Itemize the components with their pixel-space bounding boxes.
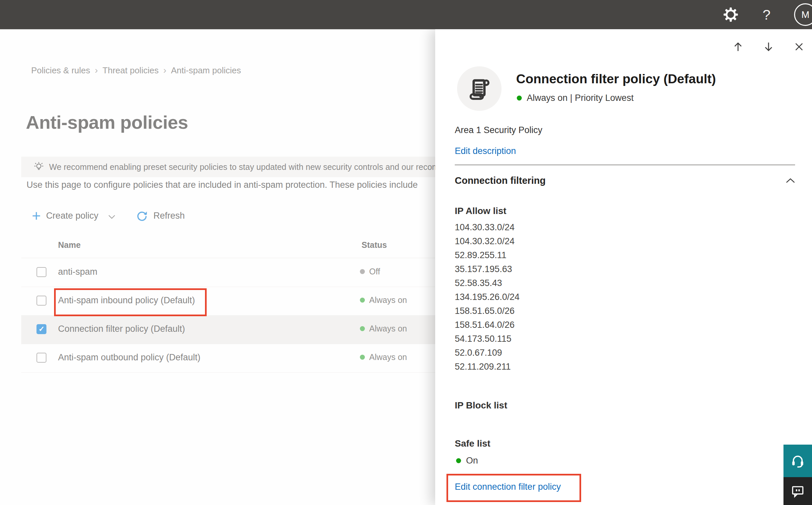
toolbar: + Create policy Refresh	[32, 206, 185, 225]
lightbulb-icon	[34, 162, 44, 172]
table-row-outbound-policy[interactable]: Anti-spam outbound policy (Default) Alwa…	[21, 344, 497, 373]
refresh-icon	[136, 210, 148, 222]
support-button[interactable]	[784, 445, 812, 477]
arrow-down-icon	[763, 41, 775, 53]
table-header: Name Status	[21, 233, 497, 258]
ip-entry: 158.51.64.0/26	[455, 318, 520, 332]
avatar-initial: M	[801, 9, 809, 20]
table-row-anti-spam[interactable]: anti-spam Off	[21, 258, 497, 287]
row-checkbox-checked[interactable]	[36, 324, 46, 334]
help-button[interactable]: ?	[758, 6, 775, 23]
status-label: Always on	[369, 352, 407, 362]
next-item-button[interactable]	[761, 39, 776, 54]
page-description: Use this page to configure policies that…	[26, 180, 434, 190]
policy-status: Always on	[360, 295, 407, 305]
edit-connection-filter-policy-link[interactable]: Edit connection filter policy	[455, 482, 561, 492]
ip-block-list-heading: IP Block list	[455, 400, 507, 411]
ip-entry: 104.30.33.0/24	[455, 220, 520, 234]
arrow-up-icon	[732, 41, 744, 53]
previous-item-button[interactable]	[731, 39, 746, 54]
close-flyout-button[interactable]	[791, 39, 807, 54]
app-window: ? M Policies & rules › Threat policies ›…	[0, 0, 812, 505]
create-policy-button[interactable]: + Create policy	[32, 209, 116, 222]
ip-entry: 158.51.65.0/26	[455, 304, 520, 318]
row-checkbox[interactable]	[36, 353, 46, 363]
safe-list-heading: Safe list	[455, 438, 490, 449]
close-icon	[794, 41, 804, 52]
safe-list-status-label: On	[466, 456, 478, 466]
policy-status: Always on	[360, 352, 407, 362]
table-row-connection-filter-policy[interactable]: Connection filter policy (Default) Alway…	[21, 315, 497, 344]
edit-description-link[interactable]: Edit description	[455, 146, 516, 156]
policy-description: Area 1 Security Policy	[455, 125, 542, 135]
plus-icon: +	[32, 209, 41, 222]
status-label: Off	[369, 267, 380, 277]
policy-details-flyout: Connection filter policy (Default) Alway…	[435, 29, 812, 505]
refresh-label: Refresh	[153, 211, 185, 221]
ip-allow-list: 104.30.33.0/24 104.30.32.0/24 52.89.255.…	[455, 220, 520, 374]
table-row-inbound-policy[interactable]: Anti-spam inbound policy (Default) Alway…	[21, 287, 497, 316]
ip-entry: 52.89.255.11	[455, 248, 520, 262]
section-title: Connection filtering	[455, 175, 546, 186]
refresh-button[interactable]: Refresh	[136, 210, 185, 222]
flyout-nav	[731, 39, 807, 54]
policy-status: Off	[360, 267, 380, 277]
ip-entry: 35.157.195.63	[455, 262, 520, 276]
column-header-name[interactable]: Name	[58, 240, 80, 250]
policy-scroll-icon	[467, 76, 491, 101]
ip-entry: 134.195.26.0/24	[455, 290, 520, 304]
ip-allow-list-heading: IP Allow list	[455, 206, 506, 216]
ip-entry: 52.11.209.211	[455, 360, 520, 374]
feedback-bubble-icon	[791, 484, 805, 498]
status-dot-on	[360, 298, 365, 303]
gear-icon	[723, 7, 738, 22]
column-header-status[interactable]: Status	[362, 240, 387, 250]
status-priority-label: Always on | Priority Lowest	[527, 93, 634, 103]
help-icon: ?	[763, 7, 771, 23]
connection-filtering-section-toggle[interactable]: Connection filtering	[455, 175, 795, 186]
page-title: Anti-spam policies	[26, 112, 188, 133]
account-avatar[interactable]: M	[794, 3, 812, 26]
policy-name: Connection filter policy (Default)	[58, 324, 185, 334]
flyout-title: Connection filter policy (Default)	[516, 72, 791, 86]
feedback-button[interactable]	[784, 477, 812, 505]
status-dot-on	[360, 326, 365, 331]
chevron-up-icon	[786, 178, 795, 183]
status-label: Always on	[369, 324, 407, 333]
top-bar-actions: ? M	[723, 0, 812, 29]
policy-status: Always on	[360, 324, 407, 333]
status-dot-on	[456, 458, 461, 463]
headset-icon	[790, 453, 805, 469]
ip-entry: 104.30.32.0/24	[455, 234, 520, 248]
breadcrumb-threat-policies[interactable]: Threat policies	[103, 65, 159, 76]
banner-text: We recommend enabling preset security po…	[49, 162, 450, 172]
section-divider	[455, 165, 795, 165]
ip-entry: 54.173.50.115	[455, 332, 520, 346]
breadcrumb: Policies & rules › Threat policies › Ant…	[31, 65, 241, 76]
create-policy-label: Create policy	[46, 211, 98, 221]
breadcrumb-policies-rules[interactable]: Policies & rules	[31, 65, 90, 76]
breadcrumb-anti-spam-policies[interactable]: Anti-spam policies	[171, 65, 241, 76]
policy-name: anti-spam	[58, 267, 97, 277]
policy-name: Anti-spam outbound policy (Default)	[58, 352, 200, 363]
chevron-down-icon	[108, 214, 116, 219]
row-checkbox[interactable]	[36, 267, 46, 277]
row-checkbox[interactable]	[36, 296, 46, 306]
status-dot-on	[360, 355, 365, 360]
flyout-status-line: Always on | Priority Lowest	[517, 93, 634, 103]
safe-list-status: On	[456, 456, 478, 466]
chevron-right-icon: ›	[163, 65, 166, 76]
status-dot-on	[517, 96, 522, 101]
ip-entry: 52.0.67.109	[455, 346, 520, 360]
top-bar: ? M	[0, 0, 812, 29]
settings-button[interactable]	[723, 6, 739, 23]
policy-badge	[457, 66, 501, 111]
status-label: Always on	[369, 295, 407, 305]
ip-entry: 52.58.35.43	[455, 276, 520, 290]
chevron-right-icon: ›	[95, 65, 98, 76]
recommendation-banner: We recommend enabling preset security po…	[21, 157, 497, 177]
policy-name: Anti-spam inbound policy (Default)	[58, 295, 195, 306]
status-dot-off	[360, 269, 365, 274]
